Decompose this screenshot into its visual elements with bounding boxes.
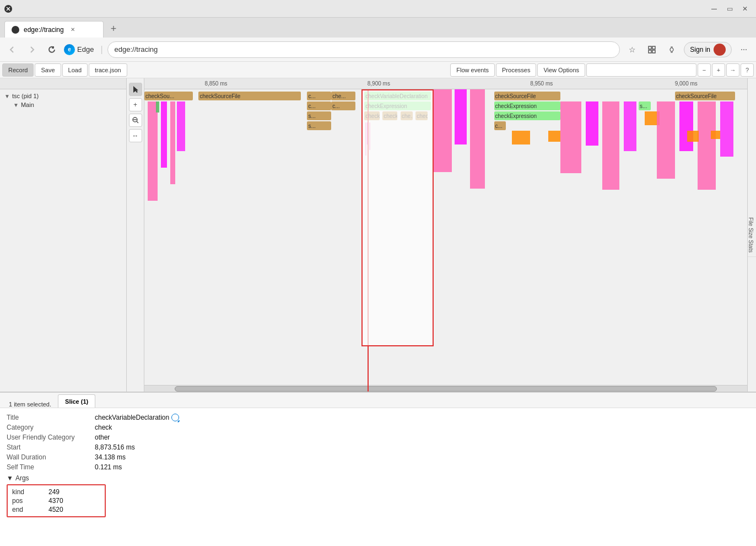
url-bar[interactable]: edge://tracing xyxy=(107,41,620,58)
flame-block[interactable]: checkSourceFile xyxy=(198,92,301,100)
record-button[interactable]: Record xyxy=(2,63,34,77)
fit-tool-button[interactable]: ↔ xyxy=(129,129,142,142)
forward-button[interactable] xyxy=(24,42,40,57)
flame-block[interactable]: checkSou... xyxy=(144,92,193,100)
divider: | xyxy=(100,45,102,55)
ruler-mark-3: 8,950 ms xyxy=(530,81,553,87)
flame-block[interactable]: che... xyxy=(401,111,413,120)
right-panel: File Size Stats Metrics Frame Data Input… xyxy=(747,78,756,392)
cursor-tool-button[interactable] xyxy=(129,83,142,96)
favorites-button[interactable]: ☆ xyxy=(624,42,640,57)
flame-block[interactable]: s... xyxy=(307,121,331,130)
settings-menu-button[interactable]: ⋯ xyxy=(736,42,752,57)
args-row-kind: kind 249 xyxy=(12,488,100,496)
flame-block[interactable]: c... xyxy=(307,101,331,110)
new-tab-button[interactable]: + xyxy=(106,21,121,36)
thread-arrow-icon: ▼ xyxy=(13,102,19,108)
flame-block[interactable]: che... xyxy=(331,92,355,100)
reload-button[interactable] xyxy=(44,42,60,57)
title-label: Title xyxy=(7,414,95,421)
back-button[interactable] xyxy=(4,42,20,57)
flame-dense-far-right xyxy=(657,101,747,212)
wall-duration-label: Wall Duration xyxy=(7,453,95,461)
svg-marker-6 xyxy=(133,86,138,93)
flame-chart-canvas[interactable]: checkSou... checkSourceFile xyxy=(144,89,747,392)
flame-block-orange5[interactable] xyxy=(711,131,720,139)
flame-block[interactable]: c... xyxy=(331,101,355,110)
extensions-button[interactable] xyxy=(664,42,679,57)
thread-item[interactable]: ▼ Main xyxy=(4,100,122,109)
args-section: ▼ Args kind 249 pos 4370 xyxy=(7,474,749,517)
flame-block[interactable]: c... xyxy=(494,121,506,130)
self-time-label: Self Time xyxy=(7,463,95,471)
arrow-button[interactable]: → xyxy=(726,63,739,77)
address-bar: e Edge | edge://tracing ☆ Sign in ⋯ xyxy=(0,38,756,62)
wall-duration-row: Wall Duration 34.138 ms xyxy=(7,452,749,462)
save-button[interactable]: Save xyxy=(35,63,61,77)
active-tab[interactable]: edge://tracing ✕ xyxy=(4,21,104,38)
process-item[interactable]: ▼ tsc (pid 1) xyxy=(4,92,122,100)
window-close[interactable] xyxy=(4,5,12,13)
search-icon[interactable] xyxy=(171,414,179,421)
file-size-stats-tab[interactable]: File Size Stats xyxy=(748,213,756,258)
flame-block-orange[interactable] xyxy=(512,131,530,144)
slice-tab[interactable]: Slice (1) xyxy=(58,394,95,408)
flow-events-button[interactable]: Flow events xyxy=(450,63,495,77)
start-row: Start 8,873.516 ms xyxy=(7,442,749,452)
main-content: ▼ tsc (pid 1) ▼ Main + xyxy=(0,78,756,546)
flame-block[interactable]: checkSourceFile xyxy=(494,92,560,100)
flame-block-expr3[interactable]: checkExpression xyxy=(494,111,560,120)
processes-button[interactable]: Processes xyxy=(496,63,536,77)
window-controls xyxy=(4,5,12,13)
flame-block-expr2[interactable]: checkExpression xyxy=(494,101,560,110)
flame-block[interactable]: check... xyxy=(364,111,379,120)
close-button[interactable]: ✕ xyxy=(738,2,752,15)
title-row: Title checkVariableDeclaration xyxy=(7,413,749,422)
collections-button[interactable] xyxy=(644,42,660,57)
flame-dense-mid xyxy=(434,89,494,200)
restore-button[interactable]: ▭ xyxy=(723,2,736,15)
bottom-panel: 1 item selected. Slice (1) Title checkVa… xyxy=(0,392,756,546)
scrollbar-thumb[interactable] xyxy=(175,386,717,392)
flame-area[interactable]: checkSou... checkSourceFile xyxy=(144,89,747,392)
zoom-out-button[interactable]: − xyxy=(698,63,711,77)
help-button[interactable]: ? xyxy=(741,63,754,77)
user-avatar xyxy=(714,44,726,56)
zoom-out-tool-button[interactable] xyxy=(129,114,142,127)
scrollbar-area[interactable] xyxy=(144,385,747,392)
url-text: edge://tracing xyxy=(115,45,158,53)
selected-flame-block-expr1[interactable]: checkExpression xyxy=(364,101,430,110)
slice-tab-label: Slice (1) xyxy=(65,398,88,405)
flame-block[interactable]: check... xyxy=(382,111,397,120)
start-label: Start xyxy=(7,443,95,451)
flame-block[interactable]: c... xyxy=(307,92,331,100)
flame-block[interactable]: check... xyxy=(415,111,428,120)
args-header[interactable]: ▼ Args xyxy=(7,474,749,482)
args-val-pos: 4370 xyxy=(48,497,63,505)
zoom-in-tool-button[interactable]: + xyxy=(129,98,142,111)
search-input[interactable] xyxy=(586,63,696,77)
load-button[interactable]: Load xyxy=(62,63,88,77)
start-value: 8,873.516 ms xyxy=(95,443,135,451)
selected-flame-block-vardecl[interactable]: checkVariableDeclaration xyxy=(364,92,430,100)
browser-frame: ─ ▭ ✕ edge://tracing ✕ + e Edge | edge:/… xyxy=(0,0,756,546)
tab-close-button[interactable]: ✕ xyxy=(68,25,77,34)
flame-block[interactable]: s... xyxy=(639,101,651,110)
view-options-button[interactable]: View Options xyxy=(537,63,585,77)
process-tree: ▼ tsc (pid 1) ▼ Main xyxy=(0,89,126,111)
sign-in-button[interactable]: Sign in xyxy=(684,42,732,57)
flame-block[interactable]: checkSourceFile xyxy=(675,92,735,100)
timeline-right: 8,850 ms 8,900 ms 8,950 ms 9,000 ms xyxy=(144,78,747,392)
devtools-toolbar: Record Save Load trace.json Flow events … xyxy=(0,62,756,78)
flame-block-orange2[interactable] xyxy=(548,131,560,142)
args-key-kind: kind xyxy=(12,488,40,496)
zoom-in-button[interactable]: + xyxy=(712,63,725,77)
tab-favicon xyxy=(12,26,19,34)
category-value: check xyxy=(95,424,112,431)
trace-json-button[interactable]: trace.json xyxy=(89,63,127,77)
edge-label: Edge xyxy=(77,45,94,53)
flame-block[interactable]: s... xyxy=(307,111,331,120)
minimize-button[interactable]: ─ xyxy=(708,2,721,15)
flame-block-orange4[interactable] xyxy=(687,131,699,142)
flame-dense-left xyxy=(144,101,307,212)
